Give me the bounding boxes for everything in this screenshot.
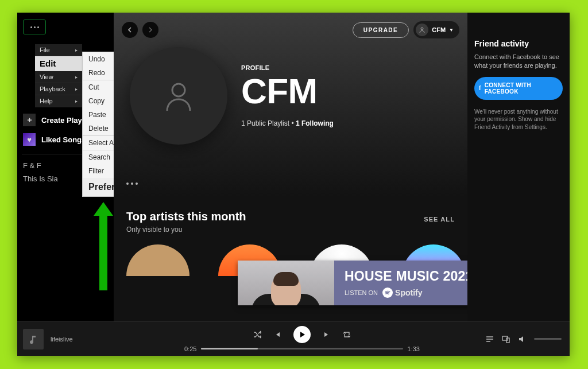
svg-point-0 xyxy=(421,28,423,30)
track-title[interactable]: lifeislive xyxy=(51,336,73,343)
shuffle-button[interactable] xyxy=(253,331,261,339)
section-title: Top artists this month xyxy=(126,210,246,223)
ad-listen-label: LISTEN ON xyxy=(345,289,378,296)
now-playing: lifeislive xyxy=(17,329,132,349)
menu-view[interactable]: View▸ xyxy=(35,71,82,83)
top-bar: UPGRADE CFM ▼ xyxy=(114,13,467,47)
nav-forward[interactable] xyxy=(142,22,158,38)
ad-image xyxy=(238,261,334,305)
connect-facebook-button[interactable]: f CONNECT WITH FACEBOOK xyxy=(474,77,563,100)
volume-icon[interactable] xyxy=(518,335,526,343)
profile-label: PROFILE xyxy=(241,64,334,71)
main-menu: File▸ Edit View▸ Playback▸ Help▸ xyxy=(34,44,83,108)
menu-file[interactable]: File▸ xyxy=(35,44,82,56)
friend-title: Friend activity xyxy=(474,39,563,48)
volume-bar[interactable] xyxy=(534,338,562,340)
friend-note: We'll never post anything without your p… xyxy=(474,108,563,131)
nav-back[interactable] xyxy=(122,22,138,38)
artist-card[interactable] xyxy=(126,244,189,276)
friend-activity-panel: Friend activity Connect with Facebook to… xyxy=(467,13,570,321)
progress-bar[interactable] xyxy=(201,348,403,349)
heart-icon: ♥ xyxy=(23,133,36,146)
queue-icon[interactable] xyxy=(486,335,494,343)
time-total: 1:33 xyxy=(408,345,420,352)
ad-banner[interactable]: HOUSE MUSIC 2021 LISTEN ON Spotify ⊕TOPS… xyxy=(238,261,467,305)
see-all-link[interactable]: SEE ALL xyxy=(424,216,455,223)
next-button[interactable] xyxy=(323,331,330,338)
app-menu-button[interactable] xyxy=(23,20,46,34)
music-note-icon xyxy=(23,329,44,349)
friend-desc: Connect with Facebook to see what your f… xyxy=(474,53,563,70)
more-options[interactable] xyxy=(126,182,138,185)
devices-icon[interactable] xyxy=(502,335,510,343)
app-window: — □ ✕ File▸ Edit View▸ Playback▸ Help▸ ＋… xyxy=(17,13,570,356)
menu-playback[interactable]: Playback▸ xyxy=(35,83,82,95)
chevron-down-icon: ▼ xyxy=(449,28,454,33)
spotify-logo: Spotify xyxy=(382,288,422,298)
main-content: UPGRADE CFM ▼ PROFILE CFM 1 Public Playl… xyxy=(114,13,467,321)
time-elapsed: 0:25 xyxy=(184,345,196,352)
player-bar: lifeislive 0:25 1:33 xyxy=(17,321,570,356)
player-controls: 0:25 1:33 xyxy=(132,326,472,352)
profile-name: CFM xyxy=(241,73,334,109)
upgrade-button[interactable]: UPGRADE xyxy=(353,22,409,38)
profile-header: PROFILE CFM 1 Public Playlist • 1 Follow… xyxy=(130,47,334,145)
profile-avatar[interactable] xyxy=(130,47,227,145)
svg-point-1 xyxy=(172,84,185,96)
annotation-arrow xyxy=(95,202,112,290)
previous-button[interactable] xyxy=(274,331,281,338)
plus-icon: ＋ xyxy=(23,114,36,126)
user-menu[interactable]: CFM ▼ xyxy=(413,21,459,38)
facebook-icon: f xyxy=(479,85,481,91)
ad-title: HOUSE MUSIC 2021 xyxy=(345,269,467,284)
player-extras xyxy=(472,335,570,343)
repeat-button[interactable] xyxy=(343,331,351,339)
play-button[interactable] xyxy=(293,326,311,343)
section-subtitle: Only visible to you xyxy=(126,226,246,234)
avatar-icon xyxy=(416,24,428,36)
section-header: Top artists this month Only visible to y… xyxy=(126,210,246,234)
menu-edit[interactable]: Edit xyxy=(35,56,82,71)
profile-meta: 1 Public Playlist • 1 Following xyxy=(241,119,334,127)
menu-help[interactable]: Help▸ xyxy=(35,95,82,107)
